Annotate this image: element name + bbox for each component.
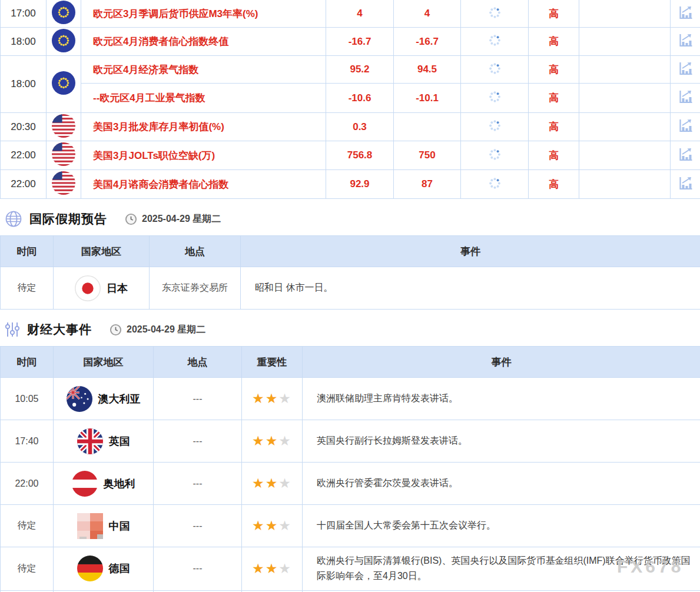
country-name: 德国 bbox=[109, 561, 130, 576]
germany-flag-icon bbox=[77, 556, 103, 581]
history-chart-cell bbox=[671, 170, 700, 199]
history-chart-cell bbox=[671, 0, 700, 28]
event-time: 18:00 bbox=[1, 56, 47, 113]
indicator-name: 欧元区4月消费者信心指数终值 bbox=[81, 28, 326, 56]
history-chart-icon[interactable] bbox=[678, 175, 694, 191]
country-name: 英国 bbox=[109, 434, 130, 448]
empty-cell bbox=[579, 56, 671, 84]
history-chart-icon[interactable] bbox=[678, 32, 694, 48]
indicator-name: 美国4月谘商会消费者信心指数 bbox=[81, 170, 326, 199]
loading-spinner-icon bbox=[489, 38, 501, 48]
star-filled-icon: ★ bbox=[252, 518, 266, 533]
importance-level: 高 bbox=[529, 28, 579, 56]
country-name: 奥地利 bbox=[104, 477, 135, 491]
history-chart-icon[interactable] bbox=[678, 5, 694, 21]
holiday-location: 东京证券交易所 bbox=[150, 267, 241, 310]
column-header: 国家地区 bbox=[54, 347, 154, 378]
column-header: 时间 bbox=[1, 236, 54, 267]
us-flag-icon bbox=[47, 170, 81, 199]
star-empty-icon: ★ bbox=[278, 433, 292, 448]
economic-data-table: 17:00欧元区3月季调后货币供应M3年率(%)44高 18:00欧元区4月消费… bbox=[0, 0, 700, 199]
importance-stars: ★★★ bbox=[242, 378, 303, 420]
event-location: --- bbox=[154, 505, 242, 547]
financial-calendar-page: 17:00欧元区3月季调后货币供应M3年率(%)44高 18:00欧元区4月消费… bbox=[0, 0, 700, 592]
empty-cell bbox=[579, 141, 671, 170]
event-row: 待定 中国---★★★十四届全国人大常委会第十五次会议举行。 bbox=[1, 505, 700, 547]
importance-level: 高 bbox=[529, 56, 579, 84]
history-chart-icon[interactable] bbox=[678, 89, 694, 105]
indicator-name: 欧元区3月季调后货币供应M3年率(%) bbox=[81, 0, 326, 28]
star-filled-icon: ★ bbox=[266, 475, 279, 491]
indicator-name: --欧元区4月工业景气指数 bbox=[81, 84, 326, 113]
japan-flag-icon bbox=[75, 275, 101, 301]
economic-row: 20:30美国3月批发库存月率初值(%)0.3高 bbox=[1, 113, 700, 141]
holiday-section-date: 2025-04-29 星期二 bbox=[142, 213, 221, 225]
forecast-value bbox=[394, 113, 461, 141]
clock-icon bbox=[125, 213, 137, 225]
holiday-table: 时间国家地区地点事件待定日本东京证券交易所昭和日 休市一日。 bbox=[0, 235, 700, 310]
published-value-loading bbox=[461, 56, 529, 84]
loading-spinner-icon bbox=[489, 152, 501, 162]
indicator-name: 美国3月批发库存月率初值(%) bbox=[81, 113, 326, 141]
star-filled-icon: ★ bbox=[266, 518, 279, 533]
history-chart-icon[interactable] bbox=[678, 118, 694, 134]
event-time: 待定 bbox=[1, 505, 54, 547]
event-location: --- bbox=[154, 547, 242, 591]
published-value-loading bbox=[461, 141, 529, 170]
history-chart-icon[interactable] bbox=[678, 147, 694, 162]
importance-level: 高 bbox=[529, 141, 579, 170]
event-time: 10:05 bbox=[1, 378, 54, 420]
holiday-event: 昭和日 休市一日。 bbox=[241, 267, 700, 310]
uk-flag-icon bbox=[77, 428, 103, 454]
importance-level: 高 bbox=[529, 170, 579, 199]
event-row: 22:00奥地利---★★★欧洲央行管委霍尔茨曼发表讲话。 bbox=[1, 463, 700, 505]
column-header: 地点 bbox=[150, 236, 241, 267]
history-chart-cell bbox=[671, 84, 700, 113]
previous-value: 95.2 bbox=[326, 56, 394, 84]
globe-icon bbox=[5, 210, 22, 228]
economic-table-body: 17:00欧元区3月季调后货币供应M3年率(%)44高 18:00欧元区4月消费… bbox=[1, 0, 700, 199]
eu-flag-icon bbox=[47, 0, 81, 28]
forecast-value: -10.1 bbox=[394, 84, 461, 113]
history-chart-cell bbox=[671, 56, 700, 84]
forecast-value: 4 bbox=[394, 0, 461, 28]
eu-flag-icon bbox=[47, 56, 81, 113]
importance-level: 高 bbox=[529, 0, 579, 28]
importance-stars: ★★★ bbox=[242, 547, 303, 591]
economic-row: 17:00欧元区3月季调后货币供应M3年率(%)44高 bbox=[1, 0, 700, 28]
loading-spinner-icon bbox=[489, 181, 501, 191]
event-location: --- bbox=[154, 420, 242, 463]
history-chart-icon[interactable] bbox=[678, 61, 694, 77]
holiday-time: 待定 bbox=[1, 267, 54, 310]
column-header: 事件 bbox=[303, 347, 700, 378]
event-time: 22:00 bbox=[1, 463, 54, 505]
importance-stars: ★★★ bbox=[242, 505, 303, 547]
previous-value: -16.7 bbox=[326, 28, 394, 56]
importance-level: 高 bbox=[529, 113, 579, 141]
star-filled-icon: ★ bbox=[252, 433, 266, 448]
holiday-header-row: 时间国家地区地点事件 bbox=[1, 236, 700, 267]
event-time: 17:40 bbox=[1, 420, 54, 463]
clock-icon bbox=[110, 324, 122, 336]
economic-row: 18:00欧元区4月经济景气指数95.294.5高 bbox=[1, 56, 700, 84]
event-description: 十四届全国人大常委会第十五次会议举行。 bbox=[303, 505, 700, 547]
star-filled-icon: ★ bbox=[252, 475, 266, 491]
country-cell: 德国 bbox=[54, 547, 154, 591]
star-empty-icon: ★ bbox=[278, 391, 292, 406]
country-name: 日本 bbox=[107, 281, 128, 295]
economic-row: 18:00欧元区4月消费者信心指数终值-16.7-16.7高 bbox=[1, 28, 700, 56]
country-cell: 奥地利 bbox=[54, 463, 154, 505]
column-header: 地点 bbox=[154, 347, 242, 378]
us-flag-icon bbox=[47, 141, 81, 170]
loading-spinner-icon bbox=[489, 95, 501, 105]
event-time: 17:00 bbox=[1, 0, 47, 28]
forecast-value: -16.7 bbox=[394, 28, 461, 56]
event-time: 18:00 bbox=[1, 28, 47, 56]
importance-stars: ★★★ bbox=[242, 463, 303, 505]
column-header: 事件 bbox=[241, 236, 700, 267]
event-location: --- bbox=[154, 463, 242, 505]
star-filled-icon: ★ bbox=[252, 561, 266, 576]
loading-spinner-icon bbox=[489, 66, 501, 77]
star-filled-icon: ★ bbox=[266, 391, 279, 406]
events-section-header: 财经大事件 2025-04-29 星期二 bbox=[0, 317, 700, 342]
